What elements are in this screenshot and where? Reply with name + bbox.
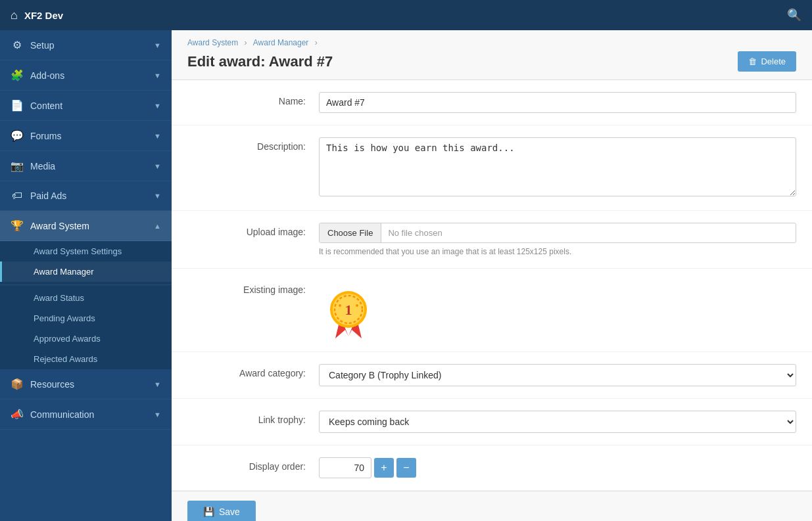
chevron-down-icon: ▼ — [154, 41, 161, 49]
content-icon: 📄 — [11, 99, 24, 112]
page-header: Award System › Award Manager › Edit awar… — [172, 30, 812, 80]
breadcrumb-award-system[interactable]: Award System — [187, 38, 238, 47]
upload-hint: It is recommended that you use an image … — [319, 247, 796, 256]
breadcrumb-sep2: › — [315, 38, 318, 47]
awardsystem-icon: 🏆 — [11, 219, 24, 232]
sidebar-label-awardsystem: Award System — [30, 221, 89, 231]
chevron-down-icon: ▼ — [154, 132, 161, 140]
sidebar-item-communication[interactable]: 📣 Communication ▼ — [0, 399, 172, 430]
sidebar-label-paidads: Paid Ads — [30, 191, 66, 201]
description-row: Description: This is how you earn this a… — [172, 125, 812, 211]
link-trophy-select[interactable]: Keeps coming back First post Regular — [319, 411, 796, 433]
display-order-row: Display order: + − — [172, 445, 812, 491]
save-bar: 💾 Save — [172, 491, 812, 521]
sidebar: ⚙ Setup ▼ 🧩 Add-ons ▼ 📄 Content ▼ 💬 — [0, 30, 172, 521]
sidebar-item-awardsystem[interactable]: 🏆 Award System ▲ — [0, 211, 172, 241]
description-textarea[interactable]: This is how you earn this award... — [319, 137, 796, 196]
save-button[interactable]: 💾 Save — [187, 501, 256, 521]
paidads-icon: 🏷 — [11, 190, 24, 202]
name-input[interactable] — [319, 92, 796, 113]
award-image: 1 — [319, 281, 378, 340]
sidebar-label-communication: Communication — [30, 409, 94, 420]
communication-icon: 📣 — [11, 408, 24, 420]
sidebar-item-resources[interactable]: 📦 Resources ▼ — [0, 369, 172, 399]
sidebar-item-addons[interactable]: 🧩 Add-ons ▼ — [0, 60, 172, 91]
upload-image-label: Upload image: — [187, 223, 319, 237]
name-row: Name: — [172, 80, 812, 125]
sidebar-item-media[interactable]: 📷 Media ▼ — [0, 151, 172, 181]
sidebar-item-forums[interactable]: 💬 Forums ▼ — [0, 121, 172, 151]
delete-button[interactable]: 🗑 Delete — [738, 51, 796, 72]
media-icon: 📷 — [11, 160, 24, 172]
sidebar-item-approved-awards[interactable]: Approved Awards — [0, 328, 172, 349]
chevron-down-icon: ▼ — [154, 102, 161, 110]
choose-file-button[interactable]: Choose File — [320, 223, 381, 242]
home-icon[interactable]: ⌂ — [11, 9, 18, 22]
svg-text:1: 1 — [345, 302, 352, 318]
breadcrumb-award-manager[interactable]: Award Manager — [253, 38, 309, 47]
display-order-input[interactable] — [319, 457, 371, 478]
setup-icon: ⚙ — [11, 39, 24, 51]
award-category-row: Award category: Category B (Trophy Linke… — [172, 352, 812, 399]
sidebar-item-award-system-settings[interactable]: Award System Settings — [0, 241, 172, 261]
sidebar-label-addons: Add-ons — [30, 70, 64, 81]
upload-image-row: Upload image: Choose File No file chosen… — [172, 211, 812, 269]
display-order-spinner: + − — [319, 457, 424, 478]
existing-image-label: Existing image: — [187, 281, 319, 295]
sidebar-item-content[interactable]: 📄 Content ▼ — [0, 91, 172, 121]
award-category-select[interactable]: Category B (Trophy Linked) Category A Ca… — [319, 364, 796, 386]
award-system-submenu: Award System Settings Award Manager Awar… — [0, 241, 172, 369]
sub-divider — [0, 284, 172, 285]
name-label: Name: — [187, 92, 319, 106]
breadcrumb: Award System › Award Manager › — [187, 38, 796, 47]
sidebar-item-pending-awards[interactable]: Pending Awards — [0, 308, 172, 328]
breadcrumb-sep1: › — [244, 38, 249, 47]
chevron-down-icon: ▼ — [154, 162, 161, 170]
addons-icon: 🧩 — [11, 69, 24, 81]
trash-icon: 🗑 — [748, 57, 757, 66]
page-title: Edit award: Award #7 — [187, 53, 333, 70]
file-chosen-text: No file chosen — [381, 223, 796, 242]
main-content: Award System › Award Manager › Edit awar… — [172, 30, 812, 521]
file-input-wrap: Choose File No file chosen — [319, 223, 796, 243]
chevron-up-icon: ▲ — [154, 222, 161, 230]
resources-icon: 📦 — [11, 378, 24, 390]
chevron-down-icon: ▼ — [154, 411, 161, 419]
sidebar-item-paidads[interactable]: 🏷 Paid Ads ▼ — [0, 181, 172, 211]
sidebar-item-award-status[interactable]: Award Status — [0, 288, 172, 308]
sidebar-label-content: Content — [30, 101, 62, 111]
existing-image-row: Existing image: — [172, 269, 812, 352]
decrement-button[interactable]: − — [396, 458, 416, 478]
sidebar-label-media: Media — [30, 161, 55, 171]
chevron-down-icon: ▼ — [154, 72, 161, 79]
description-label: Description: — [187, 137, 319, 152]
app-title: XF2 Dev — [24, 10, 63, 21]
increment-button[interactable]: + — [374, 458, 394, 478]
display-order-label: Display order: — [187, 457, 319, 472]
sidebar-item-setup[interactable]: ⚙ Setup ▼ — [0, 30, 172, 60]
sidebar-label-forums: Forums — [30, 131, 61, 141]
sidebar-label-resources: Resources — [30, 379, 74, 390]
svg-point-7 — [356, 304, 358, 307]
forums-icon: 💬 — [11, 129, 24, 142]
search-icon[interactable]: 🔍 — [787, 8, 801, 22]
medal-svg: 1 — [322, 281, 375, 340]
link-trophy-label: Link trophy: — [187, 411, 319, 425]
chevron-down-icon: ▼ — [154, 380, 161, 388]
svg-point-6 — [339, 304, 341, 307]
topbar: ⌂ XF2 Dev 🔍 — [0, 0, 812, 30]
chevron-down-icon: ▼ — [154, 192, 161, 200]
award-category-label: Award category: — [187, 364, 319, 378]
save-icon: 💾 — [203, 507, 214, 517]
link-trophy-row: Link trophy: Keeps coming back First pos… — [172, 399, 812, 445]
sidebar-label-setup: Setup — [30, 40, 55, 51]
edit-form: Name: Description: This is how you earn … — [172, 80, 812, 521]
sidebar-item-award-manager[interactable]: Award Manager — [0, 261, 172, 282]
sidebar-item-rejected-awards[interactable]: Rejected Awards — [0, 349, 172, 369]
